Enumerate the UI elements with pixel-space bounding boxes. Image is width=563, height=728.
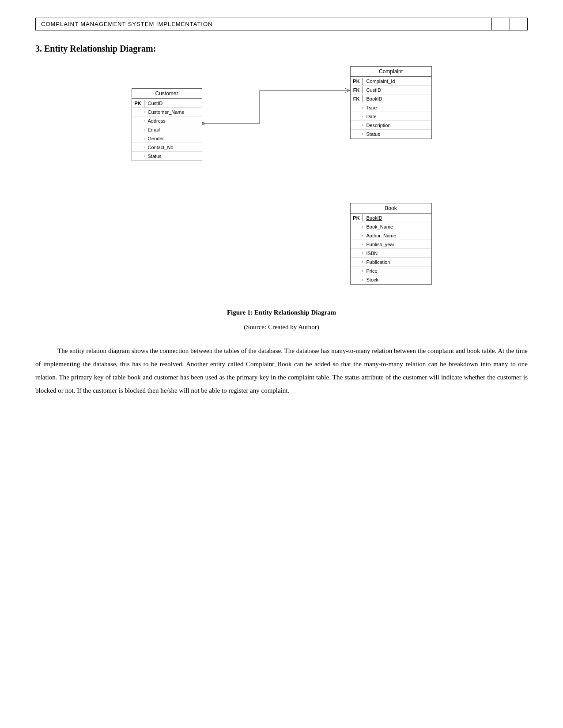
book-row-name: Book_Name — [351, 222, 431, 231]
complaint-bookid-field: BookID — [363, 95, 386, 102]
customer-status-key — [132, 155, 144, 157]
complaint-status-key — [351, 133, 363, 135]
erd-container: Customer PK CustID Customer_Name Address… — [35, 66, 528, 300]
complaint-date-field: Date — [363, 113, 380, 120]
customer-gender-key — [132, 138, 144, 139]
book-entity: Book PK BookID Book_Name Author_Name Pub… — [350, 203, 432, 285]
book-row-year: Publish_year — [351, 240, 431, 249]
header-bar: COMPLAINT MANAGEMENT SYSTEM IMPLEMENTATI… — [35, 18, 528, 30]
customer-contact-field: Contact_No — [144, 144, 177, 151]
book-row-pub: Publication — [351, 258, 431, 266]
customer-custid: CustID — [144, 100, 166, 107]
book-isbn-key — [351, 252, 363, 254]
complaint-type-key — [351, 107, 363, 109]
header-title: COMPLAINT MANAGEMENT SYSTEM IMPLEMENTATI… — [36, 18, 492, 30]
customer-entity: Customer PK CustID Customer_Name Address… — [132, 88, 202, 161]
book-row-author: Author_Name — [351, 231, 431, 240]
complaint-row-status: Status — [351, 130, 431, 139]
complaint-pk-label: PK — [351, 78, 363, 85]
book-price-field: Price — [363, 267, 381, 274]
book-row-stock: Stock — [351, 275, 431, 284]
figure-caption: Figure 1: Entity Relationship Diagram — [35, 309, 528, 316]
complaint-desc-field: Description — [363, 122, 394, 129]
customer-row-custid: PK CustID — [132, 99, 202, 108]
complaint-date-key — [351, 116, 363, 117]
customer-row-gender: Gender — [132, 134, 202, 143]
complaint-id-field: Complaint_Id — [363, 78, 399, 85]
complaint-fk1-label: FK — [351, 86, 363, 94]
customer-gender-field: Gender — [144, 135, 168, 142]
book-id-field: BookID — [363, 214, 386, 221]
book-name-key — [351, 226, 363, 228]
customer-address-field: Address — [144, 117, 169, 124]
customer-contact-key — [132, 146, 144, 148]
complaint-custid-field: CustID — [363, 86, 385, 94]
book-row-isbn: ISBN — [351, 249, 431, 258]
complaint-row-date: Date — [351, 112, 431, 121]
customer-header: Customer — [132, 89, 202, 99]
complaint-row-id: PK Complaint_Id — [351, 77, 431, 86]
book-author-key — [351, 235, 363, 236]
svg-line-5 — [345, 90, 350, 93]
erd-diagram: Customer PK CustID Customer_Name Address… — [132, 66, 432, 291]
complaint-type-field: Type — [363, 104, 381, 111]
customer-name-field: Customer_Name — [144, 109, 188, 116]
book-name-field: Book_Name — [363, 223, 397, 230]
page: COMPLAINT MANAGEMENT SYSTEM IMPLEMENTATI… — [0, 0, 563, 728]
book-header: Book — [351, 203, 431, 214]
complaint-row-bookid: FK BookID — [351, 94, 431, 103]
source-text: (Source: Created by Author) — [35, 323, 528, 331]
book-isbn-field: ISBN — [363, 250, 382, 257]
book-author-field: Author_Name — [363, 232, 400, 239]
section-title: 3. Entity Relationship Diagram: — [35, 44, 528, 54]
header-box-2 — [510, 18, 528, 30]
customer-pk-label: PK — [132, 100, 144, 107]
complaint-header: Complaint — [351, 67, 431, 77]
complaint-row-custid: FK CustID — [351, 86, 431, 94]
customer-status-field: Status — [144, 153, 165, 160]
book-year-key — [351, 244, 363, 245]
customer-email-key — [132, 129, 144, 131]
book-row-id: PK BookID — [351, 214, 431, 222]
book-row-price: Price — [351, 266, 431, 275]
complaint-row-desc: Description — [351, 121, 431, 130]
header-box-1 — [492, 18, 510, 30]
complaint-row-type: Type — [351, 103, 431, 112]
customer-email-field: Email — [144, 126, 164, 133]
book-pub-field: Publication — [363, 259, 394, 266]
customer-name-key — [132, 111, 144, 113]
customer-row-contact: Contact_No — [132, 143, 202, 152]
complaint-entity: Complaint PK Complaint_Id FK CustID FK B… — [350, 66, 432, 139]
customer-row-email: Email — [132, 125, 202, 134]
customer-row-name: Customer_Name — [132, 108, 202, 116]
body-text: The entity relation diagram shows the co… — [35, 344, 528, 397]
book-stock-field: Stock — [363, 276, 382, 283]
complaint-status-field: Status — [363, 131, 384, 138]
header-right — [492, 18, 527, 30]
book-year-field: Publish_year — [363, 241, 398, 248]
customer-address-key — [132, 120, 144, 122]
complaint-fk2-label: FK — [351, 95, 363, 102]
book-price-key — [351, 270, 363, 272]
svg-line-4 — [345, 88, 350, 90]
book-stock-key — [351, 279, 363, 281]
customer-row-address: Address — [132, 116, 202, 125]
complaint-desc-key — [351, 124, 363, 126]
book-pk-label: PK — [351, 214, 363, 221]
customer-row-status: Status — [132, 152, 202, 161]
book-pub-key — [351, 261, 363, 263]
